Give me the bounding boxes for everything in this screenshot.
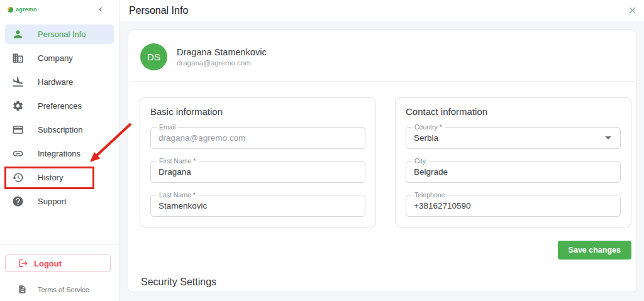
person-icon [11, 28, 24, 41]
close-button[interactable] [625, 4, 639, 18]
sidebar: agremo Personal Info Company [0, 0, 119, 301]
sidebar-item-personal-info[interactable]: Personal Info [5, 25, 114, 44]
logo-text: agremo [16, 6, 37, 13]
contact-information-card: Contact information Country * Serbia Cit… [395, 97, 631, 227]
actions-row: Save changes [128, 227, 636, 260]
main-area: Personal Info DS Dragana Stamenkovic dra… [119, 0, 644, 301]
security-settings-title: Security Settings [128, 260, 636, 288]
sidebar-item-support[interactable]: Support [5, 192, 114, 211]
sidebar-item-preferences[interactable]: Preferences [5, 96, 114, 116]
document-icon [18, 285, 27, 294]
building-icon [11, 52, 24, 65]
telephone-field: Telephone [406, 195, 621, 217]
email-field: Email [150, 127, 365, 149]
history-icon [11, 172, 24, 184]
contact-information-title: Contact information [406, 106, 621, 117]
telephone-input[interactable] [414, 201, 613, 211]
personal-info-panel: DS Dragana Stamenkovic dragana@agremo.co… [128, 30, 637, 292]
chevron-left-icon [96, 5, 105, 14]
avatar: DS [140, 43, 167, 70]
page-header: Personal Info [119, 0, 644, 21]
email-input[interactable] [158, 133, 357, 143]
profile-email: dragana@agremo.com [177, 59, 267, 67]
app-root: agremo Personal Info Company [0, 0, 644, 301]
logout-icon [18, 258, 28, 268]
sidebar-item-hardware[interactable]: Hardware [5, 72, 114, 92]
profile-name: Dragana Stamenkovic [177, 47, 267, 57]
sidebar-item-subscription[interactable]: Subscription [5, 120, 114, 140]
help-icon [11, 195, 24, 208]
first-name-field: First Name * [150, 161, 365, 183]
country-selected-value: Serbia [414, 133, 438, 143]
basic-information-card: Basic information Email First Name * Las… [140, 97, 376, 227]
close-icon [627, 5, 638, 16]
sidebar-collapse-button[interactable] [95, 4, 106, 15]
last-name-field: Last Name * [150, 195, 365, 217]
sidebar-item-history[interactable]: History [5, 168, 114, 187]
logo-dot-icon [8, 7, 13, 13]
link-icon [11, 148, 24, 160]
country-select[interactable]: Country * Serbia [406, 127, 621, 149]
terms-of-service-link[interactable]: Terms of Service [0, 285, 119, 294]
forms-row: Basic information Email First Name * Las… [128, 82, 636, 227]
sidebar-header: agremo [0, 0, 119, 19]
sidebar-nav: Personal Info Company Hardware Preferenc… [0, 19, 119, 211]
page-title: Personal Info [129, 5, 188, 16]
credit-card-icon [11, 124, 24, 136]
sidebar-item-integrations[interactable]: Integrations [5, 144, 114, 163]
dropdown-caret-icon [605, 136, 611, 140]
agremo-logo[interactable]: agremo [8, 6, 37, 13]
city-input[interactable] [414, 167, 613, 177]
gear-icon [11, 100, 24, 112]
logout-button[interactable]: Logout [5, 254, 111, 272]
first-name-input[interactable] [158, 167, 357, 177]
city-field: City [406, 161, 621, 183]
save-changes-button[interactable]: Save changes [558, 241, 631, 260]
last-name-input[interactable] [158, 201, 357, 211]
profile-identity: Dragana Stamenkovic dragana@agremo.com [177, 47, 267, 67]
sidebar-item-company[interactable]: Company [5, 48, 114, 68]
profile-summary: DS Dragana Stamenkovic dragana@agremo.co… [128, 30, 636, 81]
sidebar-footer: Logout Terms of Service [0, 244, 119, 294]
drone-flight-icon [11, 76, 24, 89]
basic-information-title: Basic information [150, 106, 365, 117]
